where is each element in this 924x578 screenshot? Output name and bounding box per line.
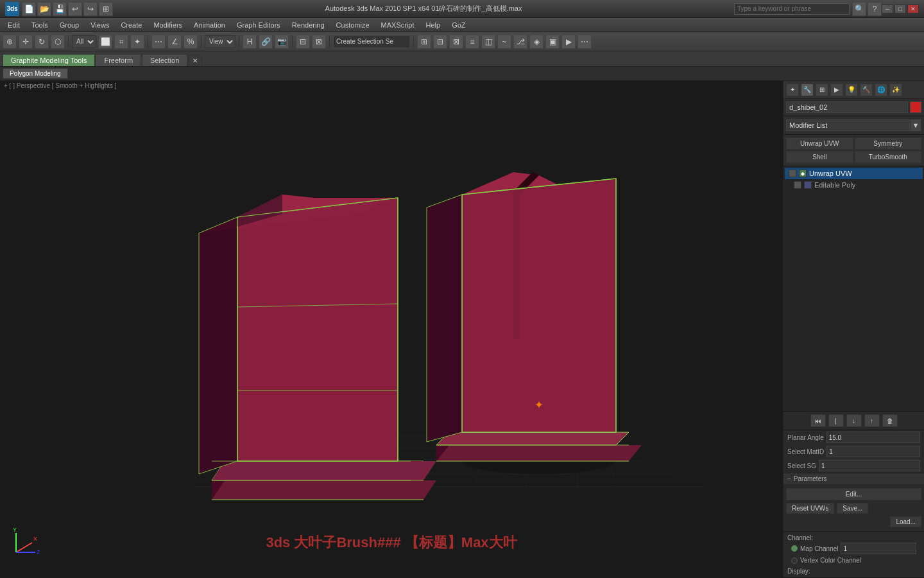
array-icon[interactable]: ⊟ — [433, 35, 447, 49]
move-icon[interactable]: ✛ — [19, 35, 33, 49]
tab-freeform[interactable]: Freeform — [96, 54, 141, 66]
mod-item-editable-poly[interactable]: Editable Poly — [785, 179, 923, 191]
save-btn[interactable]: 💾 — [53, 2, 67, 16]
environments-icon[interactable]: 🌐 — [875, 83, 887, 96]
lasso-select-icon[interactable]: ⌗ — [114, 35, 128, 49]
mod-label-editable-poly: Editable Poly — [814, 181, 855, 189]
sep4 — [239, 35, 239, 48]
modify-icon[interactable]: 🔧 — [801, 83, 814, 96]
align-tools-icon[interactable]: ⊠ — [449, 35, 463, 49]
rotate-icon[interactable]: ↻ — [35, 35, 49, 49]
mod-eye-icon[interactable] — [789, 170, 796, 177]
menu-edit[interactable]: Edit — [3, 20, 25, 30]
subtab-polygon-modeling[interactable]: Polygon Modeling — [3, 68, 68, 79]
menu-maxscript[interactable]: MAXScript — [376, 20, 420, 30]
hold-btn[interactable]: ⊞ — [99, 2, 113, 16]
menu-tools[interactable]: Tools — [26, 20, 53, 30]
search-icon[interactable]: 🔍 — [852, 2, 866, 16]
save-btn[interactable]: Save... — [837, 503, 868, 514]
object-color-swatch[interactable] — [910, 101, 921, 113]
mirror-icon[interactable]: ⊞ — [417, 35, 431, 49]
menu-graph-editors[interactable]: Graph Editors — [232, 20, 286, 30]
mod-item-unwrap[interactable]: ◆ Unwrap UVW — [785, 168, 923, 179]
stack-first-btn[interactable]: ⏮ — [810, 414, 826, 427]
close-button[interactable]: ✕ — [907, 4, 919, 13]
normal-align-icon[interactable]: ⊠ — [312, 35, 326, 49]
modifier-list-dropdown[interactable]: ▼ — [910, 119, 921, 132]
tab-close-btn[interactable]: ✕ — [188, 55, 202, 66]
quick-mod-unwrap[interactable]: Unwrap UVW — [786, 137, 853, 150]
quick-mod-turbosmooth[interactable]: TurboSmooth — [855, 151, 922, 163]
help-icon[interactable]: ? — [868, 2, 882, 16]
object-name-input[interactable] — [786, 101, 908, 113]
quick-mod-shell[interactable]: Shell — [786, 151, 853, 163]
viewport-select[interactable]: View — [205, 35, 235, 48]
undo-btn[interactable]: ↩ — [68, 2, 82, 16]
quick-align-icon[interactable]: ≡ — [465, 35, 479, 49]
3d-snap-icon[interactable]: ⋯ — [151, 35, 166, 49]
rect-select-icon[interactable]: ⬜ — [98, 35, 112, 49]
stack-delete-btn[interactable]: 🗑 — [882, 414, 898, 427]
reset-uvws-btn[interactable]: Reset UVWs — [786, 503, 834, 514]
viewport[interactable]: + [ ] Perspective [ Smooth + Highlights … — [0, 81, 783, 578]
link-icon[interactable]: 🔗 — [259, 35, 273, 49]
channel-section: Channel: Map Channel Vertex Color Channe… — [783, 532, 924, 578]
select-matid-input[interactable] — [826, 446, 920, 457]
paint-select-icon[interactable]: ✦ — [130, 35, 144, 49]
edit-btn[interactable]: Edit... — [786, 488, 921, 500]
planar-angle-input[interactable] — [826, 432, 920, 443]
mod-eye-icon-2[interactable] — [794, 181, 801, 189]
align-icon[interactable]: ⊟ — [296, 35, 310, 49]
render-icon[interactable]: ▶ — [561, 35, 576, 49]
open-btn[interactable]: 📂 — [37, 2, 51, 16]
schematic-icon[interactable]: ⎇ — [513, 35, 527, 49]
tab-graphite[interactable]: Graphite Modeling Tools — [3, 54, 95, 66]
menu-modifiers[interactable]: Modifiers — [148, 20, 187, 30]
scale-icon[interactable]: ⬡ — [51, 35, 65, 49]
maximize-button[interactable]: □ — [894, 4, 906, 13]
motion-icon[interactable]: ▶ — [830, 83, 843, 96]
layer-icon[interactable]: ◫ — [481, 35, 495, 49]
hierarchy-icon[interactable]: ⊞ — [816, 83, 828, 96]
render-effects-icon[interactable]: ✨ — [889, 83, 902, 96]
menu-customize[interactable]: Customize — [331, 20, 375, 30]
redo-btn[interactable]: ↪ — [83, 2, 98, 16]
menu-goz[interactable]: GoZ — [447, 20, 470, 30]
utilities-icon[interactable]: 🔨 — [860, 83, 873, 96]
extra-icon[interactable]: ⋯ — [578, 35, 592, 49]
viewport-label: + [ ] Perspective [ Smooth + Highlights … — [4, 82, 117, 89]
select-icon[interactable]: ⊕ — [3, 35, 17, 49]
stack-move-up-btn[interactable]: ↑ — [864, 414, 880, 427]
render-scene-icon[interactable]: ▣ — [545, 35, 560, 49]
minimize-button[interactable]: ─ — [882, 4, 893, 13]
angle-snap-icon[interactable]: ∠ — [167, 35, 182, 49]
menu-help[interactable]: Help — [421, 20, 446, 30]
menu-rendering[interactable]: Rendering — [287, 20, 330, 30]
map-channel-radio[interactable] — [791, 545, 798, 552]
curve-editor-icon[interactable]: ~ — [497, 35, 511, 49]
stack-break-btn[interactable]: | — [828, 414, 844, 427]
search-input[interactable] — [734, 3, 850, 15]
tab-selection[interactable]: Selection — [142, 54, 187, 66]
load-btn[interactable]: Load... — [890, 516, 921, 527]
percent-snap-icon[interactable]: % — [184, 35, 198, 49]
params-collapse-icon[interactable]: − — [787, 475, 791, 482]
map-channel-input[interactable] — [841, 543, 916, 554]
vertex-color-radio[interactable] — [791, 557, 798, 564]
modifier-list-input[interactable] — [786, 119, 910, 131]
quick-mod-symmetry[interactable]: Symmetry — [855, 137, 922, 150]
selection-set-input[interactable] — [333, 35, 410, 48]
display-icon[interactable]: 💡 — [845, 83, 858, 96]
menu-animation[interactable]: Animation — [189, 20, 230, 30]
create-icon[interactable]: ✦ — [786, 83, 799, 96]
select-by-name-icon[interactable]: H — [243, 35, 257, 49]
filter-select[interactable]: All — [72, 35, 96, 48]
material-editor-icon[interactable]: ◈ — [529, 35, 543, 49]
menu-create[interactable]: Create — [116, 20, 147, 30]
camera-icon[interactable]: 📷 — [275, 35, 289, 49]
select-sg-input[interactable] — [819, 460, 920, 471]
new-btn[interactable]: 📄 — [22, 2, 36, 16]
menu-group[interactable]: Group — [55, 20, 85, 30]
menu-views[interactable]: Views — [85, 20, 114, 30]
stack-move-down-btn[interactable]: ↓ — [846, 414, 862, 427]
